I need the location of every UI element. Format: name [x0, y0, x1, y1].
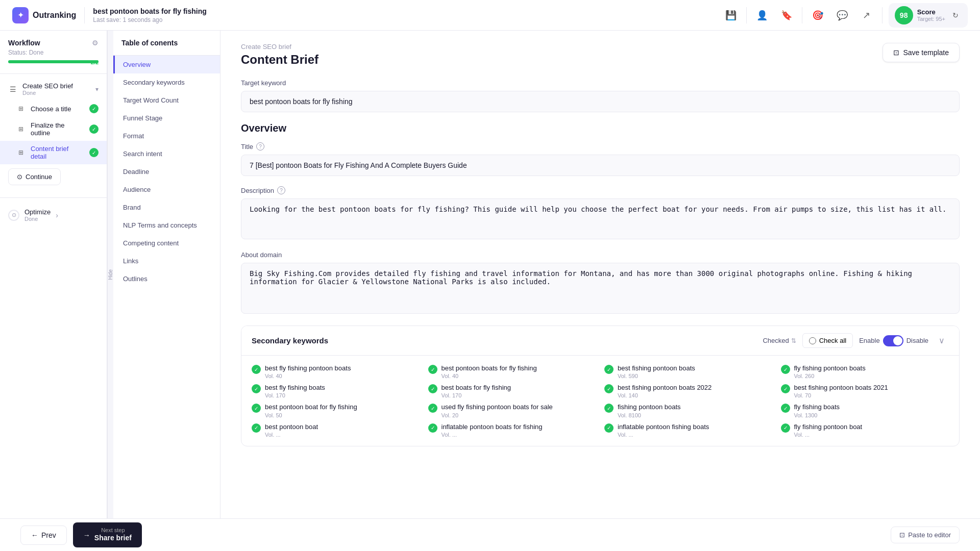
toc-item[interactable]: Secondary keywords [113, 73, 220, 91]
prev-button[interactable]: ← Prev [20, 525, 67, 545]
keyword-item: ✓ best pontoon boat Vol. ... [252, 422, 420, 438]
sort-icon[interactable]: ⇅ [791, 337, 796, 344]
target-keyword-input[interactable] [241, 91, 960, 112]
keyword-text: inflatable pontoon boats for fishing [442, 422, 543, 432]
nav-item-content-brief[interactable]: ⊞ Content brief detail ✓ [0, 141, 107, 164]
description-textarea[interactable]: Looking for the best pontoon boats for f… [241, 198, 960, 239]
logo-area: ✦ Outranking [12, 7, 76, 23]
description-help-icon[interactable]: ? [277, 186, 285, 194]
expand-icon: ▾ [95, 86, 99, 93]
paste-label: Paste to editor [908, 531, 951, 539]
prev-label: Prev [41, 531, 56, 539]
finalize-check: ✓ [89, 124, 99, 134]
toggle-group: Enable Disable [859, 335, 928, 346]
target-icon-btn[interactable]: 🎯 [808, 6, 827, 24]
title-input[interactable] [241, 155, 960, 176]
keyword-vol: Vol. 8100 [618, 412, 681, 418]
toc-item[interactable]: Audience [113, 181, 220, 198]
paste-to-editor-button[interactable]: ⊡ Paste to editor [891, 527, 960, 543]
paste-icon: ⊡ [899, 531, 905, 539]
divider-v3 [802, 7, 802, 23]
optimize-icon: ⊙ [8, 210, 19, 221]
doc-save: Last save: 1 seconds ago [93, 16, 206, 23]
refresh-icon-btn[interactable]: ↻ [949, 9, 962, 21]
gear-icon[interactable]: ⚙ [92, 39, 99, 47]
doc-info: best pontoon boats for fly fishing Last … [93, 7, 206, 23]
keyword-vol: Vol. ... [794, 432, 863, 438]
score-label: Score [917, 8, 945, 16]
sidebar-hide-strip[interactable]: Hide [107, 31, 113, 518]
about-domain-textarea[interactable]: Big Sky Fishing.Com provides detailed fl… [241, 263, 960, 314]
keyword-item: ✓ fly fishing boats Vol. 1300 [781, 403, 949, 418]
toc-item[interactable]: Funnel Stage [113, 109, 220, 127]
check-all-button[interactable]: Check all [802, 333, 853, 348]
keyword-check-icon: ✓ [604, 423, 614, 433]
keyword-item: ✓ best fishing pontoon boats 2021 Vol. 7… [781, 383, 949, 398]
keyword-check-icon: ✓ [604, 404, 614, 413]
keyword-check-icon: ✓ [428, 384, 437, 393]
continue-label: Continue [26, 173, 52, 181]
share-icon-btn[interactable]: ↗ [857, 6, 876, 24]
collapse-button[interactable]: ∨ [935, 334, 949, 347]
toc-item[interactable]: Search intent [113, 145, 220, 163]
check-all-label: Check all [819, 337, 846, 344]
choose-title-check: ✓ [89, 104, 99, 113]
logo-icon: ✦ [12, 7, 29, 23]
toc-item[interactable]: Links [113, 252, 220, 270]
toc-item[interactable]: Competing content [113, 234, 220, 252]
nav-item-create-seo[interactable]: ☰ Create SEO brief Done ▾ [0, 78, 107, 100]
keyword-text: fishing pontoon boats [618, 403, 681, 412]
toc-item[interactable]: Outlines [113, 270, 220, 288]
toc-item[interactable]: Brand [113, 198, 220, 216]
disable-label: Disable [906, 337, 928, 344]
optimize-arrow: › [56, 211, 58, 219]
continue-button[interactable]: ⊙ Continue [8, 168, 61, 185]
keyword-text: inflatable pontoon fishing boats [618, 422, 709, 432]
score-circle: 98 [895, 6, 913, 24]
next-arrow: → [83, 531, 90, 539]
overview-heading: Overview [241, 122, 960, 134]
top-bar-left: ✦ Outranking best pontoon boats for fly … [12, 7, 207, 23]
content-title-area: Create SEO brief Content Brief [241, 43, 318, 67]
keyword-vol: Vol. 20 [442, 412, 553, 418]
title-help-icon[interactable]: ? [256, 142, 264, 151]
workflow-status: Status: Done [8, 49, 99, 56]
top-bar: ✦ Outranking best pontoon boats for fly … [0, 0, 980, 31]
keyword-check-icon: ✓ [428, 423, 437, 433]
keyword-item: ✓ best pontoon boats for fly fishing Vol… [428, 364, 597, 379]
toc-item[interactable]: NLP Terms and concepts [113, 216, 220, 234]
save-icon-btn[interactable]: 💾 [722, 6, 740, 24]
keyword-item: ✓ fly fishing pontoon boat Vol. ... [781, 422, 949, 438]
nav-item-finalize[interactable]: ⊞ Finalize the outline ✓ [0, 117, 107, 141]
keyword-vol: Vol. ... [442, 432, 543, 438]
toc-item[interactable]: Target Word Count [113, 91, 220, 109]
toc-items: OverviewSecondary keywordsTarget Word Co… [113, 56, 220, 288]
divider-vertical [84, 7, 85, 23]
keyword-vol: Vol. 590 [618, 373, 695, 379]
next-main-label: Share brief [94, 533, 132, 542]
users-icon-btn[interactable]: 👤 [753, 6, 771, 24]
keyword-item: ✓ best pontoon boat for fly fishing Vol.… [252, 403, 420, 418]
checked-label: Checked ⇅ [763, 337, 796, 344]
title-section: Title ? [241, 142, 960, 176]
score-info: Score Target: 95+ [917, 8, 945, 22]
save-template-button[interactable]: ⊡ Save template [883, 43, 960, 62]
keyword-vol: Vol. 50 [265, 412, 357, 418]
description-label: Description ? [241, 186, 960, 194]
toggle-switch[interactable] [883, 335, 903, 346]
next-step-label: Next step [94, 528, 132, 533]
keyword-vol: Vol. 40 [265, 373, 351, 379]
keywords-section: Secondary keywords Checked ⇅ Check all E… [241, 325, 960, 446]
next-button[interactable]: → Next step Share brief [73, 522, 142, 547]
check-all-circle [809, 337, 816, 344]
bottom-bar: ← Prev → Next step Share brief ⊡ Paste t… [0, 518, 980, 551]
optimize-label: Optimize [24, 208, 51, 216]
bookmark-icon-btn[interactable]: 🔖 [777, 6, 796, 24]
toc-item[interactable]: Overview [113, 56, 220, 73]
optimize-item[interactable]: ⊙ Optimize Done › [8, 204, 99, 226]
chat-icon-btn[interactable]: 💬 [833, 6, 851, 24]
keyword-item: ✓ used fly fishing pontoon boats for sal… [428, 403, 597, 418]
toc-item[interactable]: Deadline [113, 163, 220, 181]
nav-item-choose-title[interactable]: ⊞ Choose a title ✓ [0, 100, 107, 117]
toc-item[interactable]: Format [113, 127, 220, 145]
